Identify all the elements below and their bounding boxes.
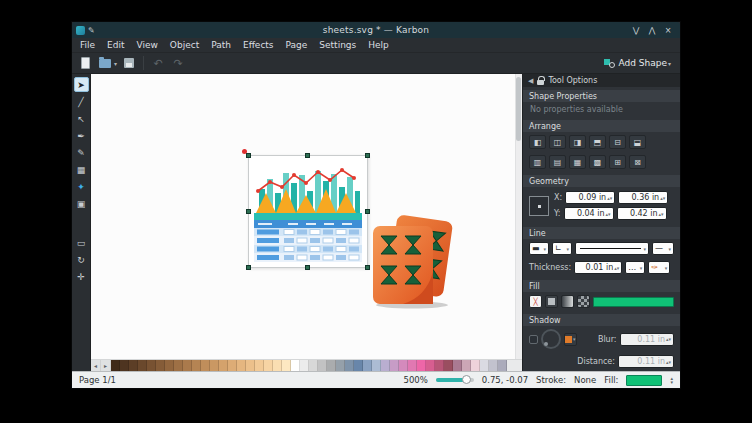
x-position-spinbox[interactable]: 0.09 in▴▾: [565, 191, 615, 204]
line-tool[interactable]: ╱: [74, 94, 89, 109]
selection-handle[interactable]: [246, 265, 251, 270]
palette-swatch[interactable]: [354, 360, 363, 371]
line-cap-combo[interactable]: ▬▾: [529, 242, 549, 255]
palette-swatch[interactable]: [255, 360, 264, 371]
menu-object[interactable]: Object: [164, 38, 205, 53]
width-spinbox[interactable]: 0.36 in▴▾: [618, 191, 668, 204]
fill-none-button[interactable]: ╳: [529, 295, 542, 308]
open-dropdown-caret-icon[interactable]: ▾: [114, 60, 117, 67]
vertical-scrollbar-thumb[interactable]: [516, 77, 521, 141]
select-tool[interactable]: ➤: [74, 77, 89, 92]
palette-swatch[interactable]: [435, 360, 444, 371]
menu-settings[interactable]: Settings: [313, 38, 362, 53]
palette-swatch[interactable]: [174, 360, 183, 371]
menu-file[interactable]: File: [74, 38, 101, 53]
zoom-slider[interactable]: [436, 378, 474, 382]
palette-swatch[interactable]: [282, 360, 291, 371]
open-button[interactable]: [97, 55, 113, 71]
palette-swatch[interactable]: [210, 360, 219, 371]
palette-swatch[interactable]: [453, 360, 462, 371]
undo-button[interactable]: ↶: [150, 55, 166, 71]
selection-handle[interactable]: [246, 153, 251, 158]
palette-swatch[interactable]: [408, 360, 417, 371]
palette-swatch[interactable]: [381, 360, 390, 371]
selection-handle[interactable]: [246, 209, 251, 214]
line-marker-combo[interactable]: —▾: [652, 242, 674, 255]
collapse-arrow-icon[interactable]: ◀: [528, 77, 533, 85]
line-more-combo[interactable]: …▾: [625, 261, 645, 274]
thickness-spinbox[interactable]: 0.01 in▴▾: [574, 261, 622, 274]
chart-object[interactable]: [248, 155, 368, 268]
y-position-spinbox[interactable]: 0.04 in▴▾: [564, 207, 614, 220]
palette-swatch[interactable]: [129, 360, 138, 371]
brush-tool[interactable]: ✦: [74, 179, 89, 194]
palette-swatch[interactable]: [219, 360, 228, 371]
fill-gradient-button[interactable]: [561, 295, 574, 308]
palette-swatch[interactable]: [165, 360, 174, 371]
shape-properties-header[interactable]: Shape Properties: [523, 90, 680, 102]
palette-swatch[interactable]: [372, 360, 381, 371]
menu-effects[interactable]: Effects: [237, 38, 280, 53]
fill-color-swatch[interactable]: [626, 375, 662, 386]
align-middle-icon[interactable]: ⊟: [609, 135, 626, 149]
align-top-icon[interactable]: ⬒: [589, 135, 606, 149]
spin-arrows-icon[interactable]: ▴▾: [658, 212, 665, 216]
line-style-combo[interactable]: ▾: [575, 242, 649, 255]
palette-swatch[interactable]: [363, 360, 372, 371]
zoom-slider-knob[interactable]: [462, 375, 471, 384]
drawing-canvas[interactable]: [91, 74, 522, 359]
palette-swatch[interactable]: [138, 360, 147, 371]
titlebar[interactable]: ✎ sheets.svg * — Karbon ⋁ ⋀ ×: [72, 22, 680, 38]
spin-arrows-icon[interactable]: ▴▾: [605, 212, 612, 216]
lower-icon[interactable]: ▩: [589, 155, 606, 169]
menu-path[interactable]: Path: [205, 38, 237, 53]
bring-front-icon[interactable]: ⊞: [609, 155, 626, 169]
zoom-tool[interactable]: ↻: [74, 252, 89, 267]
palette-swatch[interactable]: [264, 360, 273, 371]
tool-options-header[interactable]: ◀ Tool Options: [523, 74, 680, 87]
palette-swatch[interactable]: [471, 360, 480, 371]
raise-icon[interactable]: ▦: [569, 155, 586, 169]
palette-swatch[interactable]: [498, 360, 507, 371]
pan-tool[interactable]: ✛: [74, 269, 89, 284]
geometry-header[interactable]: Geometry: [523, 175, 680, 187]
shadow-color-button[interactable]: ▾: [564, 333, 577, 346]
node-edit-tool[interactable]: ↖: [74, 111, 89, 126]
palette-swatch[interactable]: [156, 360, 165, 371]
palette-swatch[interactable]: [300, 360, 309, 371]
palette-swatch[interactable]: [480, 360, 489, 371]
palette-swatch[interactable]: [291, 360, 300, 371]
spin-arrows-icon[interactable]: ▴▾: [659, 196, 666, 200]
shadow-checkbox[interactable]: [529, 335, 538, 344]
lock-icon[interactable]: [537, 80, 544, 85]
selection-handle[interactable]: [305, 265, 310, 270]
marquee-tool[interactable]: ▭: [74, 235, 89, 250]
dial-handle[interactable]: [544, 342, 548, 346]
palette-swatch[interactable]: [237, 360, 246, 371]
shadow-header[interactable]: Shadow: [523, 314, 680, 326]
palette-swatch[interactable]: [273, 360, 282, 371]
palette-swatch[interactable]: [309, 360, 318, 371]
selection-handle[interactable]: [365, 153, 370, 158]
calligraphy-tool[interactable]: ✒: [74, 128, 89, 143]
spin-arrows-icon[interactable]: ▴▾: [613, 266, 620, 270]
fill-swatch-arrows-icon[interactable]: ▴▾: [670, 376, 673, 384]
stroke-pen-combo[interactable]: ✑▾: [648, 261, 670, 274]
palette-swatch[interactable]: [111, 360, 120, 371]
palette-swatch[interactable]: [327, 360, 336, 371]
palette-swatch[interactable]: [336, 360, 345, 371]
align-right-icon[interactable]: ◨: [569, 135, 586, 149]
new-document-button[interactable]: [77, 55, 93, 71]
palette-swatch[interactable]: [201, 360, 210, 371]
zoom-level[interactable]: 500%: [403, 375, 427, 385]
palette-swatch[interactable]: [489, 360, 498, 371]
menu-help[interactable]: Help: [362, 38, 395, 53]
palette-swatch[interactable]: [228, 360, 237, 371]
distance-spinbox[interactable]: 0.11 in▴▾: [618, 355, 674, 368]
align-bottom-icon[interactable]: ⬓: [629, 135, 646, 149]
fill-color-bar[interactable]: [593, 297, 674, 307]
send-back-icon[interactable]: ⊠: [629, 155, 646, 169]
align-left-icon[interactable]: ◧: [529, 135, 546, 149]
palette-scroll-right-button[interactable]: ▸: [101, 360, 111, 371]
palette-swatch[interactable]: [345, 360, 354, 371]
